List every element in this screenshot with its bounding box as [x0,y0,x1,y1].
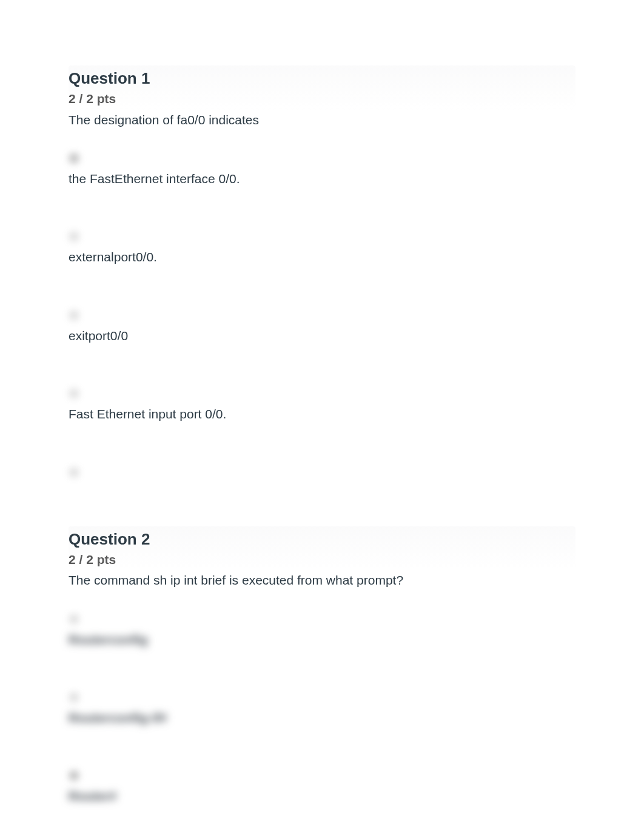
question-points: 2 / 2 pts [69,89,575,109]
answer-option: externalport0/0. [69,231,575,266]
radio-icon [69,467,79,478]
answer-text-blurred: Router# [69,787,575,805]
answer-option: exitport0/0 [69,310,575,344]
answer-option [69,467,575,478]
radio-icon [69,388,79,399]
question-block-1: Question 1 2 / 2 pts The designation of … [69,65,575,478]
question-header: Question 2 2 / 2 pts [69,526,575,571]
answer-option: Router# [69,770,575,805]
answer-option: Fast Ethernet input port 0/0. [69,388,575,423]
answer-option: Routerconfig [69,614,575,648]
radio-icon [69,692,79,703]
answer-text-blurred: Routerconfig [69,631,575,648]
radio-icon [69,770,79,781]
question-prompt: The designation of fa0/0 indicates [69,111,575,129]
page-content: Question 1 2 / 2 pts The designation of … [0,0,644,835]
question-points: 2 / 2 pts [69,550,575,569]
answer-group: Routerconfig Routerconfig-if# Router# [69,614,575,805]
answer-text: Fast Ethernet input port 0/0. [69,405,575,423]
question-block-2: Question 2 2 / 2 pts The command sh ip i… [69,526,575,805]
radio-icon [69,231,79,242]
question-prompt: The command sh ip int brief is executed … [69,571,575,589]
answer-text: externalport0/0. [69,248,575,266]
answer-option: Routerconfig-if# [69,692,575,726]
answer-text: the FastEthernet interface 0/0. [69,170,575,187]
answer-group: the FastEthernet interface 0/0. external… [69,153,575,478]
answer-text-blurred: Routerconfig-if# [69,709,575,726]
radio-icon [69,614,79,625]
answer-option: the FastEthernet interface 0/0. [69,153,575,187]
question-header: Question 1 2 / 2 pts [69,65,575,110]
answer-text: exitport0/0 [69,327,575,344]
question-title: Question 2 [69,529,575,550]
radio-icon [69,310,79,321]
radio-icon [69,153,79,164]
question-title: Question 1 [69,68,575,89]
